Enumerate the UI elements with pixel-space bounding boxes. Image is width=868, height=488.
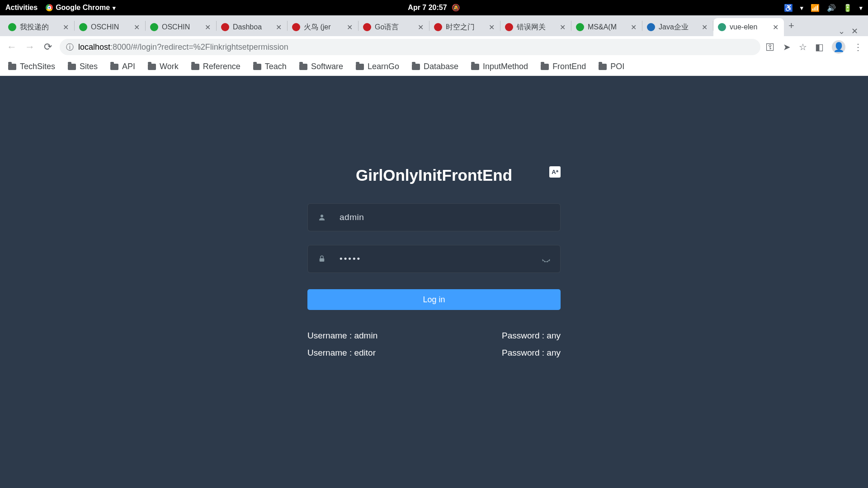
profile-avatar[interactable]: 👤 (832, 40, 845, 54)
back-button[interactable]: ← (5, 41, 18, 53)
reload-button[interactable]: ⟳ (42, 41, 54, 53)
accessibility-icon: ♿ (784, 4, 793, 12)
browser-tab[interactable]: 火鸟 (jer✕ (288, 18, 358, 36)
forward-button[interactable]: → (24, 41, 36, 53)
browser-tab[interactable]: MS&A(M✕ (571, 18, 642, 36)
close-tab-icon[interactable]: ✕ (274, 23, 283, 32)
toolbar: ← → ⟳ ⓘ localhost:8000/#/login?redirect=… (0, 36, 868, 58)
activities-button[interactable]: Activities (5, 4, 38, 12)
passwords-icon[interactable]: ⚿ (766, 42, 775, 52)
login-title: GirlOnlyInitFrontEnd (356, 166, 512, 184)
folder-icon (148, 64, 156, 70)
bookmark-star-icon[interactable]: ☆ (799, 42, 807, 52)
password-field[interactable] (307, 245, 561, 273)
browser-tab[interactable]: OSCHIN✕ (146, 18, 216, 36)
browser-tab[interactable]: OSCHIN✕ (75, 18, 145, 36)
browser-tab[interactable]: Dashboa✕ (217, 18, 287, 36)
chevron-down-icon: ▾ (859, 5, 863, 11)
username-field[interactable] (307, 203, 561, 231)
bookmark-folder[interactable]: FrontEnd (541, 62, 586, 71)
tab-title: OSCHIN (162, 23, 200, 31)
tab-title: 时空之门 (446, 23, 484, 32)
site-info-icon[interactable]: ⓘ (66, 42, 74, 52)
chrome-icon (46, 4, 53, 11)
page-content: Aᵃ GirlOnlyInitFrontEnd Log in (0, 76, 868, 488)
tab-title: OSCHIN (91, 23, 129, 31)
favicon (718, 23, 726, 31)
login-button[interactable]: Log in (307, 289, 561, 310)
bookmark-folder[interactable]: Software (299, 62, 343, 71)
address-bar[interactable]: ⓘ localhost:8000/#/login?redirect=%2Flin… (60, 39, 760, 55)
bookmark-label: Work (160, 62, 179, 71)
close-tab-icon[interactable]: ✕ (487, 23, 495, 32)
bookmark-folder[interactable]: TechSites (8, 62, 55, 71)
favicon (292, 23, 300, 31)
username-input[interactable] (330, 212, 551, 222)
close-tab-icon[interactable]: ✕ (558, 23, 566, 32)
bookmark-folder[interactable]: Teach (253, 62, 287, 71)
bookmark-label: LearnGo (368, 62, 399, 71)
bookmark-label: InputMethod (483, 62, 528, 71)
hint-text: Username : editor (307, 344, 377, 361)
system-tray[interactable]: ♿ ▾ 📶 🔊 🔋 ▾ (784, 4, 863, 12)
bookmark-folder[interactable]: InputMethod (471, 62, 528, 71)
close-tab-icon[interactable]: ✕ (345, 23, 354, 32)
hint-text: Password : any (502, 344, 561, 361)
bookmark-label: API (122, 62, 135, 71)
bookmark-label: TechSites (20, 62, 55, 71)
bookmark-label: Teach (265, 62, 287, 71)
close-tab-icon[interactable]: ✕ (203, 23, 212, 32)
browser-tab[interactable]: 错误网关✕ (500, 18, 571, 36)
password-input[interactable] (330, 254, 541, 264)
bookmark-label: FrontEnd (552, 62, 586, 71)
credential-hints: Username : admin Username : editor Passw… (307, 327, 561, 361)
favicon (576, 23, 584, 31)
chrome-menu-icon[interactable]: ⋮ (854, 42, 863, 52)
bookmark-folder[interactable]: POI (599, 62, 624, 71)
tab-title: vue-elen (730, 23, 768, 31)
bookmark-folder[interactable]: Sites (68, 62, 98, 71)
chevron-down-icon: ▾ (800, 5, 803, 11)
browser-tab[interactable]: Java企业✕ (642, 18, 713, 36)
app-menu-label: Google Chrome (56, 4, 110, 12)
favicon (647, 23, 655, 31)
browser-tab[interactable]: 我投递的✕ (4, 18, 74, 36)
bookmark-folder[interactable]: Database (412, 62, 458, 71)
app-menu[interactable]: Google Chrome ▾ (46, 4, 116, 12)
svg-rect-1 (320, 258, 325, 262)
browser-tab[interactable]: 时空之门✕ (429, 18, 500, 36)
close-tab-icon[interactable]: ✕ (629, 23, 637, 32)
close-tab-icon[interactable]: ✕ (771, 23, 779, 32)
bookmark-label: Sites (80, 62, 98, 71)
favicon (363, 23, 371, 31)
bookmark-folder[interactable]: API (110, 62, 135, 71)
close-tab-icon[interactable]: ✕ (416, 23, 425, 32)
folder-icon (412, 64, 420, 70)
browser-tab[interactable]: Go语言✕ (359, 18, 429, 36)
folder-icon (471, 64, 479, 70)
bookmark-folder[interactable]: LearnGo (356, 62, 399, 71)
eye-closed-icon[interactable] (541, 254, 551, 264)
sidepanel-icon[interactable]: ◧ (815, 42, 824, 52)
url-text: localhost:8000/#/login?redirect=%2Flinkr… (78, 42, 288, 52)
tab-search-icon[interactable]: ⌄ (838, 26, 845, 36)
bookmark-folder[interactable]: Reference (191, 62, 241, 71)
tab-title: Java企业 (659, 23, 697, 32)
close-tab-icon[interactable]: ✕ (132, 23, 141, 32)
folder-icon (541, 64, 549, 70)
window-close-icon[interactable]: ✕ (851, 26, 858, 36)
new-tab-button[interactable]: + (788, 20, 794, 32)
browser-tab[interactable]: vue-elen✕ (713, 18, 784, 36)
clock[interactable]: Apr 7 20:57 🔕 (408, 4, 460, 12)
close-tab-icon[interactable]: ✕ (700, 23, 708, 32)
close-tab-icon[interactable]: ✕ (61, 23, 70, 32)
bookmark-folder[interactable]: Work (148, 62, 179, 71)
send-icon[interactable]: ➤ (783, 42, 791, 52)
folder-icon (253, 64, 261, 70)
hint-text: Username : admin (307, 327, 377, 344)
favicon (8, 23, 16, 31)
lock-icon (318, 255, 330, 263)
folder-icon (599, 64, 607, 70)
wifi-icon: 📶 (811, 4, 820, 12)
bookmarks-bar: TechSitesSitesAPIWorkReferenceTeachSoftw… (0, 58, 868, 76)
